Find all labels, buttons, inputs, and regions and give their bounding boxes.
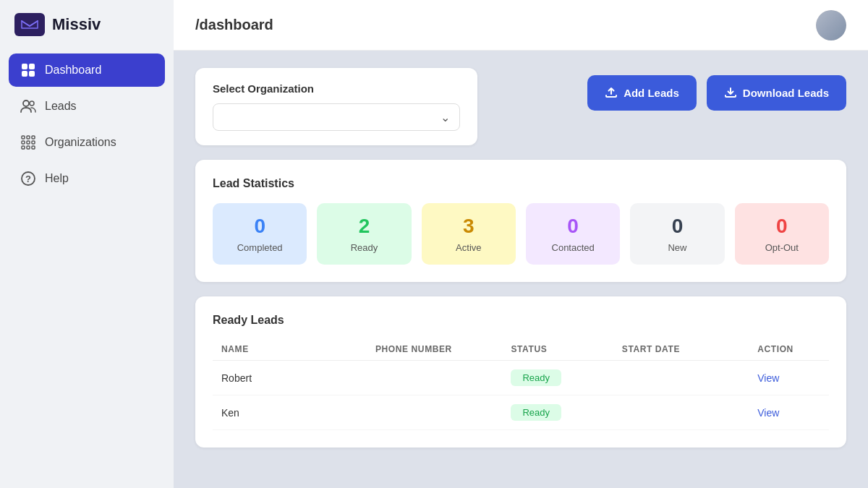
upload-icon (605, 85, 618, 100)
stats-grid: 0 Completed 2 Ready 3 Active 0 Contacted (213, 203, 829, 265)
dashboard-icon (20, 62, 36, 78)
sidebar-item-label: Help (45, 172, 69, 185)
svg-rect-0 (20, 18, 39, 31)
table-row: Ken Ready View (213, 395, 829, 430)
stat-label-completed: Completed (237, 242, 283, 253)
cell-status: Ready (502, 395, 613, 430)
stat-item-completed: 0 Completed (213, 203, 307, 265)
stat-item-active: 3 Active (422, 203, 516, 265)
stat-item-optout: 0 Opt-Out (735, 203, 829, 265)
svg-rect-1 (22, 64, 27, 69)
help-icon: ? (20, 171, 36, 187)
avatar[interactable] (816, 10, 846, 40)
view-link[interactable]: View (757, 372, 779, 384)
cell-phone (367, 395, 502, 430)
logo-area: Missiv (0, 0, 174, 53)
svg-rect-4 (29, 71, 35, 77)
ready-leads-title: Ready Leads (213, 314, 829, 327)
cell-action[interactable]: View (749, 395, 829, 430)
sidebar: Missiv Dashboard (0, 0, 174, 488)
sidebar-item-label: Dashboard (45, 64, 101, 77)
sidebar-nav: Dashboard Leads (0, 53, 174, 195)
svg-rect-12 (32, 141, 35, 144)
svg-rect-2 (29, 64, 35, 69)
status-badge: Ready (511, 369, 561, 386)
avatar-image (816, 10, 846, 40)
svg-rect-14 (27, 146, 30, 149)
topbar: /dashboard (174, 0, 868, 51)
svg-rect-8 (27, 136, 30, 139)
stat-item-ready: 2 Ready (317, 203, 411, 265)
sidebar-item-organizations[interactable]: Organizations (9, 126, 165, 159)
col-header-name: NAME (213, 338, 367, 361)
sidebar-item-dashboard[interactable]: Dashboard (9, 53, 165, 87)
stat-item-contacted: 0 Contacted (526, 203, 620, 265)
stat-value-new: 0 (672, 215, 684, 238)
svg-rect-15 (32, 146, 35, 149)
svg-rect-3 (22, 71, 27, 77)
download-icon (724, 85, 737, 100)
org-select-wrapper[interactable]: ⌄ (213, 103, 460, 131)
stats-title: Lead Statistics (213, 177, 829, 190)
add-leads-label: Add Leads (624, 87, 679, 99)
org-selector-title: Select Organization (213, 82, 460, 95)
stat-value-active: 3 (463, 215, 475, 238)
organizations-icon (20, 134, 36, 150)
cell-phone (367, 361, 502, 395)
stats-card: Lead Statistics 0 Completed 2 Ready 3 Ac… (195, 160, 846, 282)
add-leads-button[interactable]: Add Leads (587, 75, 697, 111)
svg-rect-13 (22, 146, 25, 149)
svg-rect-10 (22, 141, 25, 144)
cell-name: Robert (213, 361, 367, 395)
svg-rect-9 (32, 136, 35, 139)
cell-start-date (613, 361, 749, 395)
top-section: Select Organization ⌄ Add (195, 68, 846, 145)
stat-label-contacted: Contacted (552, 242, 595, 253)
content-area: Select Organization ⌄ Add (174, 51, 868, 488)
col-header-status: STATUS (502, 338, 613, 361)
sidebar-item-label: Organizations (45, 136, 116, 149)
stat-label-active: Active (456, 242, 481, 253)
org-selector-card: Select Organization ⌄ (195, 68, 477, 145)
view-link[interactable]: View (757, 407, 779, 419)
table-body: Robert Ready View Ken (213, 361, 829, 430)
stat-label-new: New (668, 242, 686, 253)
download-leads-button[interactable]: Download Leads (707, 75, 846, 111)
table-header: NAME PHONE NUMBER STATUS START DATE ACTI… (213, 338, 829, 361)
col-header-start-date: START DATE (613, 338, 749, 361)
sidebar-item-leads[interactable]: Leads (9, 90, 165, 123)
svg-text:?: ? (25, 174, 31, 184)
col-header-action: ACTION (749, 338, 829, 361)
svg-rect-7 (22, 136, 25, 139)
stat-value-completed: 0 (254, 215, 265, 238)
cell-status: Ready (502, 361, 613, 395)
action-buttons: Add Leads Download Leads (495, 68, 846, 111)
svg-rect-11 (27, 141, 30, 144)
logo-icon (14, 13, 45, 36)
status-badge: Ready (511, 404, 561, 421)
cell-name: Ken (213, 395, 367, 430)
app-name: Missiv (52, 15, 101, 34)
org-select[interactable] (213, 103, 460, 131)
leads-icon (20, 98, 36, 114)
leads-table: NAME PHONE NUMBER STATUS START DATE ACTI… (213, 338, 829, 430)
cell-start-date (613, 395, 749, 430)
table-row: Robert Ready View (213, 361, 829, 395)
stat-label-optout: Opt-Out (765, 242, 799, 253)
stat-item-new: 0 New (630, 203, 724, 265)
stat-value-optout: 0 (776, 215, 788, 238)
stat-label-ready: Ready (351, 242, 378, 253)
download-leads-label: Download Leads (743, 87, 829, 99)
sidebar-item-help[interactable]: ? Help (9, 162, 165, 195)
main-content: /dashboard Select Organization ⌄ (174, 0, 868, 488)
svg-point-6 (30, 101, 34, 106)
stat-value-contacted: 0 (567, 215, 579, 238)
cell-action[interactable]: View (749, 361, 829, 395)
svg-point-5 (23, 100, 29, 106)
page-title: /dashboard (195, 17, 273, 33)
sidebar-item-label: Leads (45, 100, 77, 113)
col-header-phone: PHONE NUMBER (367, 338, 502, 361)
stat-value-ready: 2 (359, 215, 370, 238)
ready-leads-card: Ready Leads NAME PHONE NUMBER STATUS STA… (195, 296, 846, 448)
